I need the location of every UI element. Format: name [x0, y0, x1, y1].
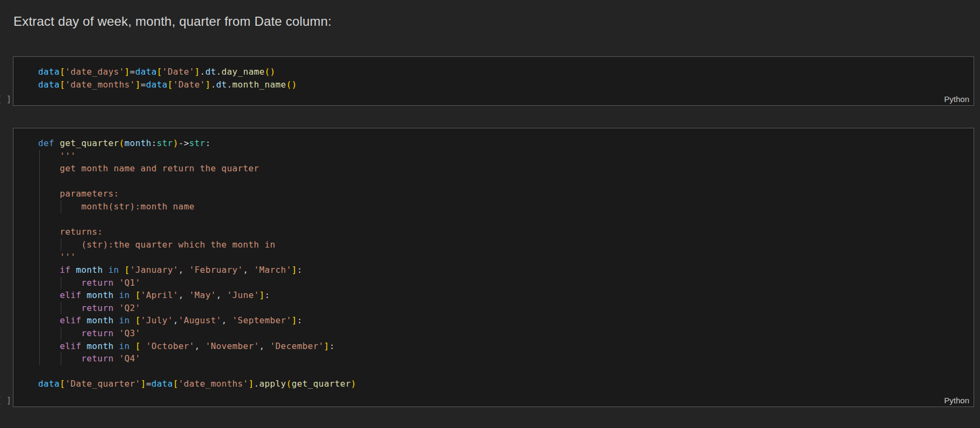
code-token: 'March' [254, 265, 291, 275]
code-token: 'January' [130, 265, 178, 275]
code-token: () [286, 79, 297, 90]
code-line [38, 365, 969, 378]
cell-language-indicator[interactable]: Python [944, 95, 969, 104]
code-token: -> [178, 138, 189, 148]
code-token: ] [141, 379, 146, 389]
indent-guide [39, 352, 40, 365]
code-line: get month name and return the quarter [38, 162, 969, 175]
indent-guide [39, 162, 40, 175]
code-token: 'Q2' [119, 303, 141, 313]
code-cell[interactable]: def get_quarter(month:str)->str: ''' get… [13, 128, 974, 407]
code-token [38, 290, 60, 300]
code-token [38, 353, 81, 364]
code-line: return 'Q2' [38, 302, 969, 315]
code-token [114, 315, 119, 325]
code-token: 'date_months' [178, 379, 248, 389]
code-token: : [265, 290, 270, 300]
code-token: dt [205, 67, 216, 77]
code-token: month [87, 315, 113, 325]
code-token [113, 278, 119, 288]
indent-guide [39, 277, 40, 289]
code-token: elif [60, 290, 81, 300]
code-token [38, 303, 81, 313]
code-token: 'Q1' [119, 278, 141, 288]
code-line: parameters: [38, 187, 969, 200]
code-token [54, 138, 60, 148]
code-token: day_name [221, 67, 264, 77]
indent-guide [39, 175, 40, 188]
code-token: : [297, 315, 302, 325]
code-token: 'Date' [162, 67, 194, 77]
code-token: 'October' [146, 341, 194, 351]
code-line: month(str):month name [38, 200, 969, 213]
code-token [81, 290, 87, 300]
code-token: . [211, 79, 216, 90]
code-token: ] [125, 67, 130, 77]
code-token: ] [259, 290, 264, 300]
code-token: elif [60, 315, 81, 325]
code-token: in [119, 315, 130, 325]
indent-guide [39, 251, 40, 264]
indent-guide [61, 302, 61, 315]
code-token: , [194, 341, 205, 351]
code-editor[interactable]: def get_quarter(month:str)->str: ''' get… [13, 128, 974, 407]
code-token: month(str):month name [38, 201, 194, 212]
code-token: data [152, 379, 173, 389]
code-editor[interactable]: data['date_days']=data['Date'].dt.day_na… [13, 57, 974, 105]
code-token: (str):the quarter which the month in [38, 240, 275, 250]
code-token: dt [216, 79, 227, 90]
indent-guide [39, 226, 40, 238]
code-token: return [81, 328, 113, 338]
code-token: [ [135, 290, 141, 300]
code-token [130, 341, 135, 351]
code-line: elif month in ['July','August', 'Septemb… [38, 314, 969, 327]
code-token: ] [324, 341, 329, 351]
code-token: [ [135, 315, 141, 325]
code-token: 'September' [232, 315, 291, 325]
code-token: return [81, 303, 113, 313]
code-token: def [38, 138, 54, 148]
indent-guide [39, 150, 40, 163]
indent-guide [39, 187, 40, 200]
code-token: = [141, 79, 146, 90]
code-token: , [221, 315, 232, 325]
code-cell[interactable]: data['date_days']=data['Date'].dt.day_na… [13, 56, 974, 106]
code-line: returns: [38, 226, 969, 238]
cell-language-indicator[interactable]: Python [944, 396, 969, 405]
code-token: 'Q4' [119, 353, 141, 364]
code-token: . [227, 79, 232, 90]
code-token: data [135, 67, 157, 77]
code-token: ] [292, 265, 297, 275]
code-token: ] [135, 79, 141, 90]
indent-guide [39, 238, 40, 251]
code-token [103, 265, 108, 275]
indent-guide [61, 352, 61, 365]
code-token: = [146, 379, 152, 389]
code-token: 'date_days' [65, 67, 124, 77]
code-token: : [205, 138, 211, 148]
code-token: [ [125, 265, 130, 275]
code-line: ''' [38, 150, 969, 163]
code-token: elif [60, 341, 81, 351]
indent-guide [39, 200, 40, 213]
code-token: ) [173, 138, 178, 148]
code-token: data [146, 79, 168, 90]
code-token: ] [205, 79, 211, 90]
code-token: ( [119, 138, 125, 148]
code-token: [ [60, 379, 65, 389]
code-token: month [125, 138, 152, 148]
code-line: return 'Q1' [38, 277, 969, 289]
code-token: [ [135, 341, 146, 351]
code-line: return 'Q4' [38, 352, 969, 365]
code-token: . [254, 379, 259, 389]
code-token [81, 315, 87, 325]
indent-guide [39, 314, 40, 327]
code-token: : [297, 265, 302, 275]
code-token: month [87, 341, 113, 351]
code-line: data['Date_quarter']=data['date_months']… [38, 378, 969, 390]
code-token [38, 328, 81, 338]
code-token: month [87, 290, 113, 300]
code-line: ''' [38, 251, 969, 264]
code-token [113, 353, 119, 364]
code-token: apply [259, 379, 286, 389]
